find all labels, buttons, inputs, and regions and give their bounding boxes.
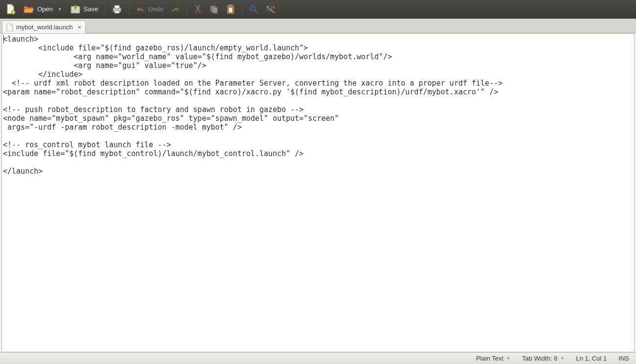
- tab-filename: mybot_world.launch: [16, 23, 73, 31]
- editor-content: <launch> <include file="$(find gazebo_ro…: [2, 34, 634, 177]
- paste-button[interactable]: [223, 2, 238, 16]
- copy-button[interactable]: [207, 3, 221, 16]
- language-label: Plain Text: [476, 355, 503, 362]
- toolbar-separator: [129, 3, 129, 15]
- document-icon: [6, 23, 13, 31]
- save-button[interactable]: Save: [67, 2, 101, 16]
- close-icon[interactable]: ×: [78, 24, 81, 31]
- svg-point-6: [195, 11, 197, 13]
- position-label: Ln 1, Col 1: [576, 355, 607, 362]
- find-replace-icon: [266, 5, 276, 14]
- find-replace-button[interactable]: [263, 3, 279, 16]
- svg-point-7: [199, 11, 201, 13]
- tab-width-selector[interactable]: Tab Width: 8 ▼: [522, 355, 564, 362]
- insert-mode[interactable]: INS: [618, 355, 629, 362]
- main-toolbar: Open ▼ Save Undo: [0, 0, 636, 19]
- paste-icon: [226, 4, 235, 14]
- undo-icon: [136, 5, 145, 13]
- redo-icon: [171, 5, 180, 13]
- tab-bar: mybot_world.launch ×: [0, 19, 636, 33]
- svg-rect-9: [212, 7, 217, 13]
- save-label: Save: [84, 5, 98, 13]
- chevron-down-icon: ▼: [561, 356, 565, 361]
- chevron-down-icon: ▼: [58, 7, 62, 12]
- open-label: Open: [37, 5, 53, 13]
- file-tab[interactable]: mybot_world.launch ×: [2, 21, 86, 33]
- cut-icon: [194, 5, 202, 14]
- copy-icon: [210, 5, 218, 14]
- svg-rect-4: [115, 5, 119, 8]
- undo-button[interactable]: Undo: [133, 3, 166, 15]
- toolbar-separator: [105, 3, 105, 15]
- save-icon: [70, 4, 81, 14]
- search-icon: [249, 5, 258, 14]
- language-selector[interactable]: Plain Text ▼: [476, 355, 510, 362]
- svg-rect-12: [229, 7, 233, 13]
- svg-rect-11: [229, 4, 233, 6]
- cursor-position: Ln 1, Col 1: [576, 355, 607, 362]
- new-file-icon: [6, 4, 16, 15]
- chevron-down-icon: ▼: [506, 356, 510, 361]
- print-icon: [112, 4, 122, 14]
- redo-button[interactable]: [168, 3, 183, 15]
- undo-label: Undo: [148, 5, 163, 13]
- cut-button[interactable]: [191, 3, 205, 16]
- print-button[interactable]: [109, 2, 125, 16]
- new-file-button[interactable]: [3, 2, 19, 17]
- toolbar-separator: [242, 3, 242, 15]
- toolbar-separator: [187, 3, 187, 15]
- open-folder-icon: [24, 4, 34, 14]
- text-cursor: [3, 35, 4, 43]
- tab-width-label: Tab Width: 8: [522, 355, 557, 362]
- editor-area[interactable]: <launch> <include file="$(find gazebo_ro…: [1, 33, 635, 352]
- svg-rect-5: [115, 11, 119, 13]
- insert-mode-label: INS: [618, 355, 629, 362]
- open-button[interactable]: Open ▼: [21, 2, 65, 16]
- status-bar: Plain Text ▼ Tab Width: 8 ▼ Ln 1, Col 1 …: [0, 352, 636, 364]
- find-button[interactable]: [246, 3, 261, 16]
